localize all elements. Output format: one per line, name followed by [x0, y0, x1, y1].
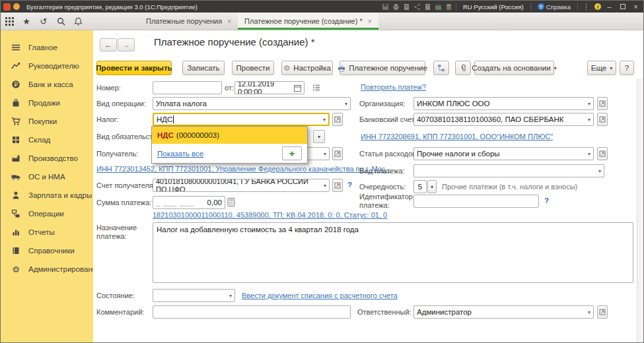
help-menu[interactable]: ? Справка [534, 3, 574, 11]
send-icon[interactable] [413, 3, 421, 11]
calendar-icon[interactable] [294, 84, 301, 92]
separator [456, 3, 456, 11]
responsible-open-button[interactable] [597, 305, 608, 319]
chevron-down-icon[interactable]: ▾ [320, 117, 326, 123]
bank-account-select[interactable]: 40703810138110100360, ПАО СБЕРБАНК▾ [413, 113, 594, 126]
tax-open-button[interactable] [332, 113, 343, 126]
notifications-icon[interactable] [69, 13, 87, 30]
chevron-down-icon[interactable]: ▾ [321, 183, 326, 189]
calculator-icon[interactable] [445, 3, 452, 11]
sidebar-item-sales[interactable]: Продажи [1, 94, 93, 111]
state-select[interactable]: ▾ [153, 289, 235, 302]
related-documents-button[interactable] [433, 61, 449, 75]
post-button[interactable]: Провести [232, 61, 274, 75]
bank-account-open-button[interactable] [597, 113, 608, 126]
dropdown-item-nds[interactable]: НДС (000000003) [152, 127, 307, 144]
preview-icon[interactable] [403, 3, 410, 11]
post-and-close-button[interactable]: Провести и закрыть [96, 61, 172, 75]
close-button[interactable]: × [631, 1, 641, 13]
sidebar-item-production[interactable]: Производство [1, 150, 93, 167]
form-help-button[interactable]: ? [620, 61, 634, 75]
sidebar-item-operations[interactable]: Операции [1, 205, 93, 222]
chevron-down-icon[interactable]: ▾ [585, 117, 590, 123]
payee-account-open-button[interactable] [332, 179, 343, 192]
calculator-button[interactable] [227, 198, 235, 206]
repeat-payment-link[interactable]: Повторять платеж? [361, 83, 426, 91]
save-button[interactable]: Записать [182, 61, 225, 75]
operation-kind-select[interactable]: Уплата налога▾ [153, 97, 351, 110]
chevron-down-icon[interactable]: ▾ [585, 151, 590, 157]
chevron-down-icon[interactable]: ▾ [321, 151, 326, 157]
payment-id-help-icon[interactable]: ? [544, 197, 549, 204]
attachments-button[interactable] [455, 61, 471, 75]
sidebar-item-reports[interactable]: Отчеты [1, 224, 93, 241]
tab-payment-order-create[interactable]: Платежное поручение (создание) * × [238, 13, 378, 30]
expense-item-open-button[interactable] [597, 147, 608, 160]
enter-writeoff-document-link[interactable]: Ввести документ списания с расчетного сч… [242, 292, 398, 299]
payment-id-input[interactable] [413, 195, 539, 208]
back-button[interactable]: ← [100, 38, 117, 51]
chevron-down-icon[interactable]: ▾ [585, 101, 590, 107]
list-choice-icon[interactable] [312, 84, 320, 92]
settings-button[interactable]: ⚙Настройка [281, 61, 333, 75]
chevron-down-icon[interactable]: ▾ [585, 309, 590, 315]
create-based-on-button[interactable]: Создать на основании▾ [474, 61, 554, 75]
sidebar-item-main[interactable]: Главное [1, 39, 93, 56]
app-menu-icon[interactable] [13, 3, 20, 10]
chevron-down-icon[interactable]: ▾ [342, 101, 347, 107]
sidebar-item-bank-cash[interactable]: Банк и касса [1, 76, 93, 93]
save-icon[interactable] [382, 3, 389, 11]
payee-inn-link[interactable]: ИНН 7723013452, КПП 772301001, Управлени… [96, 165, 392, 173]
date-input[interactable]: 12.01.2019 0:00:00 [234, 81, 304, 94]
print-payment-order-button[interactable]: Платежное поручение [340, 61, 425, 75]
history-icon[interactable]: ↺ [35, 13, 52, 30]
organization-inn-link[interactable]: ИНН 7723208691, КПП 772301001, ООО"ИНКОМ… [361, 133, 553, 140]
sidebar-item-purchases[interactable]: Покупки [1, 113, 93, 130]
tax-input[interactable]: НДС ▾ [153, 113, 330, 126]
payee-account-select[interactable]: 40101810800000010041, ГУ БАНКА РОССИИ ПО… [153, 179, 330, 192]
priority-dropdown-button[interactable]: ▾ [427, 180, 437, 193]
payee-account-help-icon[interactable]: ? [347, 181, 352, 189]
payee-open-button[interactable] [332, 147, 343, 160]
tab-close-icon[interactable]: × [368, 18, 372, 25]
sidebar-item-directories[interactable]: Справочники [1, 242, 93, 259]
more-button[interactable]: Еще▾ [587, 61, 616, 75]
forward-button[interactable]: → [118, 38, 135, 51]
expense-item-select[interactable]: Прочие налоги и сборы▾ [413, 147, 594, 160]
organization-open-button[interactable] [597, 97, 608, 110]
favorites-icon[interactable]: ★ [18, 13, 35, 30]
organization-select[interactable]: ИНКОМ ПЛЮС ООО▾ [413, 97, 594, 110]
payment-id-label: Идентификатор платежа: [359, 193, 413, 210]
purpose-textarea[interactable]: Налог на добавленную стоимость за 4 квар… [153, 222, 633, 283]
priority-input[interactable]: 5 [413, 180, 427, 193]
minimize-button[interactable]: – [604, 1, 614, 13]
print-icon[interactable] [392, 3, 400, 11]
sidebar-item-salary-hr[interactable]: Зарплата и кадры [1, 187, 93, 204]
maximize-button[interactable] [618, 1, 627, 13]
chevron-down-icon[interactable]: ▾ [227, 293, 232, 299]
add-new-button[interactable]: + [282, 146, 302, 160]
apps-menu-icon[interactable] [1, 13, 18, 30]
document-icon[interactable] [424, 3, 431, 11]
sidebar-item-warehouse[interactable]: Склад [1, 131, 93, 148]
sidebar-item-fixed-assets[interactable]: ОС и НМА [1, 168, 93, 185]
amount-input[interactable]: _ ___ ___ 0,00 [153, 196, 225, 209]
search-icon[interactable] [52, 13, 69, 30]
number-input[interactable] [153, 81, 222, 94]
sidebar-item-manager[interactable]: Руководителю [1, 57, 93, 75]
language-indicator[interactable]: RU Русский (Россия) [460, 3, 527, 11]
show-all-link[interactable]: Показать все [157, 150, 203, 158]
tab-payment-orders-list[interactable]: Платежные поручения × [139, 13, 238, 30]
obligation-dropdown-button[interactable]: ▾ [313, 130, 325, 143]
payment-kind-select[interactable]: ▾ [413, 164, 604, 177]
chevron-down-icon[interactable]: ▾ [596, 168, 601, 174]
responsible-select[interactable]: Администратор▾ [413, 305, 594, 319]
info-icon[interactable]: i [594, 3, 601, 10]
form-scrollbar[interactable] [637, 78, 643, 342]
calendar-icon[interactable] [435, 3, 442, 11]
tab-close-icon[interactable]: × [227, 18, 231, 25]
more-menu-icon[interactable]: ⋮ [581, 1, 591, 13]
sidebar-item-administration[interactable]: ⚙ Администрирование [1, 261, 93, 278]
kbk-details-link[interactable]: 18210301000011000110, 45389000, ТП; КВ.0… [153, 211, 387, 219]
comment-input[interactable] [153, 305, 351, 319]
